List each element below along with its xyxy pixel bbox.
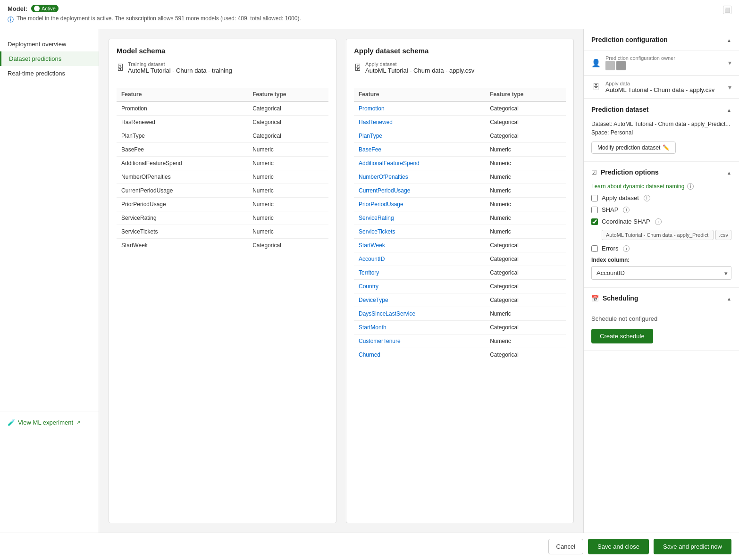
feature-link[interactable]: StartWeek (359, 242, 385, 249)
cancel-button[interactable]: Cancel (548, 539, 583, 554)
feature-link[interactable]: Promotion (359, 105, 385, 112)
person-icon: 👤 (591, 59, 601, 67)
feature-link[interactable]: Churned (359, 351, 380, 358)
window-maximize-btn[interactable]: ⬜ (723, 6, 731, 14)
feature-type: Numeric (485, 143, 566, 157)
modify-prediction-dataset-btn[interactable]: Modify prediction dataset ✏️ (591, 142, 676, 154)
scheduling-chevron-icon (727, 295, 731, 302)
dynamic-naming-link[interactable]: Learn about dynamic dataset naming i (591, 183, 694, 190)
feature-link[interactable]: ServiceRating (359, 215, 394, 221)
feature-type: Categorical (485, 348, 566, 362)
model-schema-card: Model schema 🗄 Training dataset AutoML T… (109, 39, 336, 523)
feature-link[interactable]: NumberOfPenalties (359, 174, 408, 180)
shap-checkbox[interactable] (591, 207, 598, 213)
calendar-icon: 📅 (591, 295, 599, 302)
external-link-icon: ↗ (76, 419, 80, 426)
owner-label: Prediction configuration owner (605, 55, 723, 61)
feature-link[interactable]: PlanType (359, 133, 382, 139)
sidebar-item-dataset-predictions[interactable]: Dataset predictions (0, 51, 99, 66)
save-predict-button[interactable]: Save and predict now (654, 539, 731, 554)
prediction-options-title: Prediction options (601, 168, 659, 176)
coordinate-shap-info-icon: i (655, 218, 662, 225)
model-schema-title: Model schema (117, 47, 328, 55)
feature-link[interactable]: StartMonth (359, 324, 386, 331)
scheduling-title: Scheduling (603, 294, 638, 302)
table-row: NumberOfPenaltiesNumeric (117, 170, 328, 184)
feature-link[interactable]: PriorPeriodUsage (359, 201, 403, 208)
feature-name: ServiceRating (117, 211, 248, 225)
feature-type: Categorical (248, 101, 328, 116)
scheduling-header[interactable]: 📅 Scheduling (584, 288, 739, 309)
database-icon-apply: 🗄 (354, 64, 361, 72)
coordinate-shap-label: Coordinate SHAP (602, 218, 650, 225)
feature-type: Numeric (485, 334, 566, 348)
feature-link[interactable]: CurrentPeriodUsage (359, 187, 410, 194)
feature-link[interactable]: HasRenewed (359, 119, 393, 125)
table-row: ServiceTicketsNumeric (354, 225, 566, 239)
prediction-dataset-header[interactable]: Prediction dataset (584, 99, 739, 120)
table-row: NumberOfPenaltiesNumeric (354, 170, 566, 184)
feature-link[interactable]: AdditionalFeatureSpend (359, 160, 420, 167)
feature-type: Numeric (485, 184, 566, 198)
prediction-options-body: Learn about dynamic dataset naming i App… (584, 183, 739, 287)
training-dataset-name: AutoML Tutorial - Churn data - training (128, 67, 232, 74)
prediction-dataset-chevron-icon (727, 106, 731, 113)
coordinate-shap-input[interactable] (602, 230, 714, 240)
coordinate-shap-input-row: .csv (602, 230, 731, 240)
schemas-section: Model schema 🗄 Training dataset AutoML T… (99, 29, 583, 533)
model-status: Active (42, 6, 56, 11)
feature-link[interactable]: Country (359, 283, 378, 290)
prediction-options-header[interactable]: ☑ Prediction options (584, 162, 739, 183)
feature-name: NumberOfPenalties (354, 170, 485, 184)
sidebar: Deployment overview Dataset predictions … (0, 29, 99, 533)
table-row: DeviceTypeCategorical (354, 293, 566, 307)
feature-name: StartWeek (354, 239, 485, 252)
apply-data-chevron-icon: ▾ (728, 84, 731, 91)
bottom-bar: Cancel Save and close Save and predict n… (0, 533, 739, 560)
model-toggle[interactable]: Active (31, 5, 59, 12)
feature-type: Numeric (485, 170, 566, 184)
feature-name: Territory (354, 266, 485, 280)
prediction-config-title: Prediction configuration (591, 36, 668, 43)
training-dataset-label: Training dataset (128, 61, 232, 67)
index-column-select[interactable]: AccountID (591, 266, 731, 280)
prediction-dataset-space: Space: Personal (591, 128, 731, 137)
feature-name: Churned (354, 348, 485, 362)
sidebar-item-deployment-overview[interactable]: Deployment overview (0, 37, 99, 51)
checklist-icon: ☑ (591, 169, 597, 176)
feature-type: Categorical (248, 116, 328, 129)
feature-link[interactable]: AccountID (359, 256, 385, 262)
table-row: CustomerTenureNumeric (354, 334, 566, 348)
feature-name: CustomerTenure (354, 334, 485, 348)
errors-checkbox[interactable] (591, 245, 598, 252)
feature-type: Categorical (485, 321, 566, 334)
feature-link[interactable]: Territory (359, 269, 379, 276)
feature-name: PlanType (117, 129, 248, 143)
sidebar-item-realtime-predictions[interactable]: Real-time predictions (0, 66, 99, 81)
feature-name: Promotion (117, 101, 248, 116)
create-schedule-btn[interactable]: Create schedule (591, 329, 653, 343)
errors-info-icon: i (623, 245, 630, 252)
feature-link[interactable]: BaseFee (359, 146, 381, 153)
feature-name: ServiceTickets (354, 225, 485, 239)
feature-link[interactable]: DeviceType (359, 297, 388, 303)
feature-name: StartWeek (117, 239, 248, 252)
save-close-button[interactable]: Save and close (588, 539, 649, 554)
table-row: StartMonthCategorical (354, 321, 566, 334)
feature-link[interactable]: DaysSinceLastService (359, 310, 415, 317)
coordinate-shap-checkbox[interactable] (591, 218, 598, 225)
apply-dataset-checkbox[interactable] (591, 195, 598, 201)
feature-name: Country (354, 280, 485, 293)
view-experiment-link[interactable]: 🧪 View ML experiment ↗ (0, 411, 99, 434)
table-row: AdditionalFeatureSpendNumeric (117, 157, 328, 170)
feature-type: Numeric (248, 143, 328, 157)
apply-dataset-checkbox-label: Apply dataset (602, 194, 639, 201)
feature-link[interactable]: CustomerTenure (359, 338, 401, 344)
owner-avatar (605, 61, 723, 70)
feature-link[interactable]: ServiceTickets (359, 228, 395, 235)
feature-type: Categorical (485, 280, 566, 293)
table-row: AdditionalFeatureSpendNumeric (354, 157, 566, 170)
feature-type: Categorical (485, 101, 566, 116)
prediction-config-header[interactable]: Prediction configuration (584, 29, 739, 50)
apply-col-type: Feature type (485, 88, 566, 101)
